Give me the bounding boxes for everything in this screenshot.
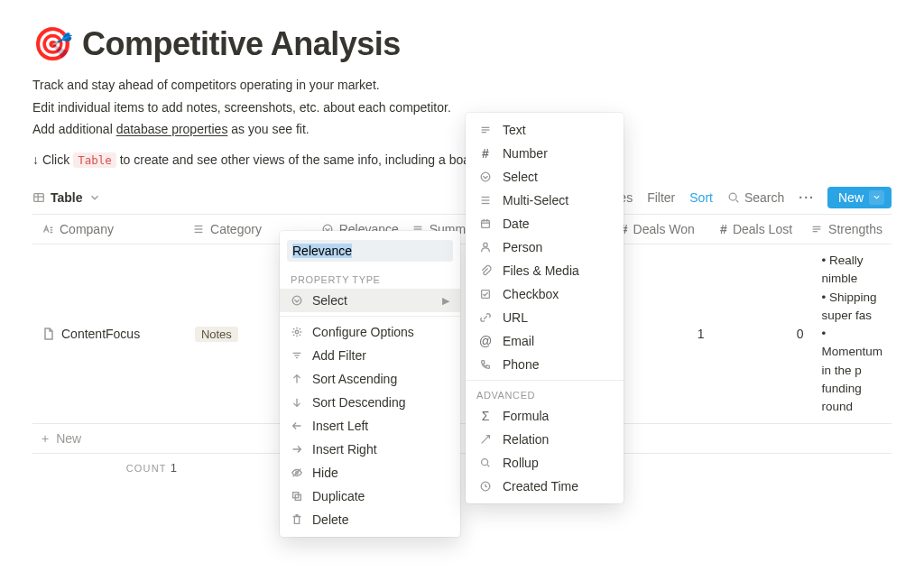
cell-deals-lost[interactable]: 0	[714, 244, 813, 423]
eye-off-icon	[291, 466, 303, 479]
chevron-down-icon	[88, 191, 101, 204]
description-line-1[interactable]: Track and stay ahead of competitors oper…	[32, 76, 892, 96]
advanced-header: ADVANCED	[466, 384, 624, 404]
sort-button[interactable]: Sort	[689, 190, 713, 205]
multiselect-icon	[192, 223, 205, 235]
type-multiselect[interactable]: Multi-Select	[466, 189, 624, 212]
description-line-3[interactable]: Add additional database properties as yo…	[32, 120, 892, 140]
column-name-input[interactable]	[287, 240, 453, 262]
count-footer[interactable]: COUNT1	[32, 454, 186, 482]
text-icon	[810, 223, 823, 235]
checkbox-icon	[478, 287, 493, 301]
search-icon	[478, 456, 493, 470]
svg-point-16	[295, 330, 299, 334]
arrow-right-icon	[291, 443, 303, 456]
svg-rect-31	[482, 221, 490, 228]
type-phone[interactable]: Phone	[466, 353, 624, 376]
search-button[interactable]: Search	[727, 190, 784, 205]
select-icon	[291, 294, 303, 307]
column-header-company[interactable]: Company	[32, 215, 183, 244]
arrow-down-icon	[291, 396, 303, 409]
multiselect-icon	[478, 193, 493, 208]
table-header-row: Company Category Relevance Summ # Deals …	[32, 215, 892, 244]
page-title[interactable]: Competitive Analysis	[82, 25, 401, 63]
type-date[interactable]: Date	[466, 212, 624, 235]
description-line-2[interactable]: Edit individual items to add notes, scre…	[32, 98, 892, 118]
type-relation[interactable]: Relation	[466, 428, 624, 451]
svg-point-3	[729, 193, 736, 200]
svg-point-15	[292, 296, 301, 305]
filter-button[interactable]: Filter	[647, 190, 675, 205]
type-files[interactable]: Files & Media	[466, 259, 624, 282]
type-number[interactable]: #Number	[466, 142, 624, 165]
svg-line-38	[487, 465, 489, 466]
title-icon	[42, 223, 54, 235]
configure-options-button[interactable]: Configure Options	[280, 320, 460, 344]
type-url[interactable]: URL	[466, 306, 624, 329]
chevron-right-icon: ▶	[442, 295, 449, 307]
type-checkbox[interactable]: Checkbox	[466, 282, 624, 306]
trash-icon	[291, 513, 303, 526]
number-icon: #	[720, 222, 727, 236]
filter-icon	[291, 349, 303, 362]
insert-right-button[interactable]: Insert Right	[280, 438, 460, 461]
table-code-tag: Table	[73, 152, 116, 168]
hide-button[interactable]: Hide	[280, 461, 460, 484]
relation-icon	[478, 432, 493, 447]
view-toolbar: Table erties Filter Sort Search ··· New	[32, 181, 892, 214]
search-icon	[727, 191, 740, 204]
duplicate-button[interactable]: Duplicate	[280, 484, 460, 508]
add-filter-button[interactable]: Add Filter	[280, 344, 460, 367]
table-icon	[32, 191, 45, 204]
strengths-text: • Really nimble • Shipping super fas • M…	[821, 252, 882, 416]
gear-icon	[291, 326, 303, 338]
calendar-icon	[478, 217, 493, 231]
column-header-strengths[interactable]: Strengths	[801, 215, 892, 244]
page-icon	[42, 327, 56, 341]
cell-deals-won[interactable]: 1	[614, 244, 714, 423]
formula-icon: Σ	[478, 409, 493, 423]
person-icon	[478, 240, 493, 254]
link-icon	[478, 310, 493, 325]
type-email[interactable]: @Email	[466, 329, 624, 353]
database-table: Company Category Relevance Summ # Deals …	[32, 214, 892, 482]
page-title-row: 🎯 Competitive Analysis	[32, 25, 892, 63]
sort-descending-button[interactable]: Sort Descending	[280, 391, 460, 414]
sort-ascending-button[interactable]: Sort Ascending	[280, 367, 460, 391]
column-config-popover: PROPERTY TYPE Select ▶ Configure Options…	[280, 231, 460, 537]
type-person[interactable]: Person	[466, 235, 624, 259]
svg-point-27	[481, 172, 490, 181]
new-row-button[interactable]: + New	[32, 424, 892, 454]
svg-point-35	[484, 243, 487, 246]
phone-icon	[478, 357, 493, 372]
attachment-icon	[478, 263, 493, 278]
cell-strengths[interactable]: • Really nimble • Shipping super fas • M…	[812, 244, 892, 423]
column-header-deals-lost[interactable]: # Deals Lost	[704, 215, 801, 244]
hint-line[interactable]: ↓ Click Table to create and see other vi…	[32, 152, 892, 167]
duplicate-icon	[291, 490, 303, 503]
email-icon: @	[478, 334, 493, 348]
property-type-popover: Text #Number Select Multi-Select Date Pe…	[466, 113, 624, 503]
table-row[interactable]: ContentFocus Notes 1 0 • Really nimble •…	[32, 244, 892, 424]
number-icon: #	[478, 146, 493, 161]
new-button[interactable]: New	[827, 187, 892, 208]
chevron-down-icon[interactable]	[869, 190, 884, 205]
cell-company[interactable]: ContentFocus	[32, 244, 186, 423]
insert-left-button[interactable]: Insert Left	[280, 414, 460, 438]
svg-rect-0	[34, 194, 44, 202]
type-rollup[interactable]: Rollup	[466, 451, 624, 475]
page-icon[interactable]: 🎯	[32, 28, 73, 60]
type-text[interactable]: Text	[466, 118, 624, 142]
delete-button[interactable]: Delete	[280, 508, 460, 531]
view-switcher[interactable]: Table	[32, 190, 101, 205]
type-formula[interactable]: ΣFormula	[466, 404, 624, 428]
type-created-time[interactable]: Created Time	[466, 475, 624, 498]
arrow-left-icon	[291, 420, 303, 432]
arrow-up-icon	[291, 373, 303, 385]
property-type-header: PROPERTY TYPE	[280, 269, 460, 289]
more-button[interactable]: ···	[799, 190, 815, 205]
database-properties-link[interactable]: database properties	[116, 122, 228, 136]
clock-icon	[478, 479, 493, 494]
property-type-row[interactable]: Select ▶	[280, 289, 460, 312]
type-select[interactable]: Select	[466, 165, 624, 189]
